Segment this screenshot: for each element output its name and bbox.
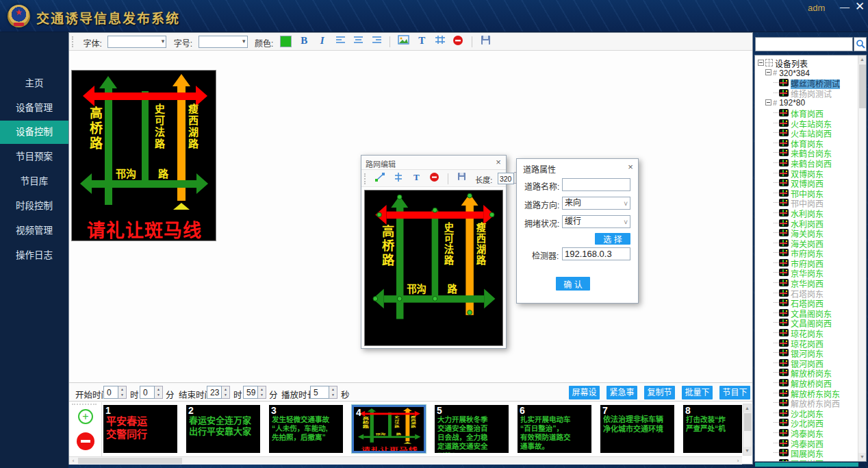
insert-image-icon[interactable]: [397, 35, 411, 49]
editor-led-canvas[interactable]: 高桥路史可法路瘦西湖路邗沟路: [364, 190, 503, 346]
device-item[interactable]: 维扬岗测试: [756, 88, 858, 98]
action-button-5[interactable]: 节目下发: [719, 386, 750, 399]
road-name-input[interactable]: [562, 178, 630, 191]
align-center-icon[interactable]: [352, 35, 366, 49]
tree-scrollbar[interactable]: ▲ ▼: [858, 56, 866, 461]
device-item[interactable]: 京华岗西: [756, 278, 858, 288]
text-tool-button[interactable]: T: [409, 172, 423, 186]
device-item[interactable]: 市府岗西: [756, 258, 858, 268]
end-min-stepper[interactable]: 59▲▼: [243, 386, 266, 399]
program-thumbnail-4[interactable]: 4高桥路史可法路瘦西湖路邗沟路请礼让斑马线: [352, 405, 426, 453]
led-screen-preview[interactable]: 高桥路史可法路瘦西湖路邗沟路请礼让斑马线: [71, 70, 216, 241]
scroll-down-icon[interactable]: ▼: [743, 447, 751, 455]
scroll-down-icon[interactable]: ▼: [858, 453, 866, 461]
insert-text-button[interactable]: T: [415, 35, 429, 49]
align-left-icon[interactable]: [333, 35, 347, 49]
device-item[interactable]: 文昌阁岗东: [756, 308, 858, 318]
program-thumbnail-1[interactable]: 1平安春运交警同行: [103, 405, 177, 453]
close-button[interactable]: ✕: [853, 0, 867, 14]
font-select[interactable]: [107, 36, 166, 48]
device-item[interactable]: 沙北岗西: [756, 417, 858, 428]
device-item[interactable]: 京华岗东: [756, 267, 858, 278]
device-item[interactable]: 解放桥岗西: [756, 378, 858, 388]
add-program-button[interactable]: +: [78, 409, 93, 424]
action-button-4[interactable]: 批量下发: [682, 386, 713, 399]
color-swatch[interactable]: [280, 36, 292, 47]
end-hour-stepper[interactable]: 23▲▼: [207, 386, 230, 399]
close-icon[interactable]: ×: [626, 162, 635, 173]
delete-icon[interactable]: [428, 172, 442, 186]
collapse-icon[interactable]: [765, 99, 771, 106]
program-thumbnail-3[interactable]: 3发生轻微交通事故“人未伤，车能动,先拍照，后撤离”: [269, 405, 343, 453]
tree-group-192*80[interactable]: #192*80: [756, 97, 858, 108]
road-direction-select[interactable]: 来向: [562, 197, 630, 210]
strip-grip[interactable]: [72, 404, 97, 406]
crossing-tool-icon[interactable]: [392, 172, 405, 186]
save-icon[interactable]: [478, 35, 492, 49]
collapse-icon[interactable]: [765, 69, 771, 75]
device-item[interactable]: 琼花岗西: [756, 338, 858, 348]
device-item[interactable]: 鸿泰岗西: [756, 438, 858, 448]
device-item[interactable]: 银河岗西: [756, 358, 858, 368]
scroll-up-icon[interactable]: ▲: [743, 404, 751, 412]
device-item[interactable]: 国展岗东: [756, 447, 858, 458]
tree-group-320*384[interactable]: #320*384: [756, 68, 858, 78]
edit-handle[interactable]: [397, 296, 403, 301]
program-thumbnail-2[interactable]: 2春运安全连万家出行平安靠大家: [186, 405, 260, 453]
device-item[interactable]: 海关岗西: [756, 238, 858, 248]
device-item[interactable]: 来鹤台岗西: [756, 158, 858, 168]
device-search-input[interactable]: [755, 37, 853, 51]
device-item[interactable]: 体育岗西: [756, 108, 858, 118]
collapse-icon[interactable]: [758, 60, 764, 66]
bold-button[interactable]: B: [297, 35, 311, 49]
dialog-titlebar[interactable]: 路网编辑 ×: [361, 156, 506, 170]
sidebar-item-3[interactable]: 设备控制: [0, 121, 68, 144]
sidebar-item-6[interactable]: 时段控制: [0, 195, 68, 218]
close-icon[interactable]: ×: [494, 157, 503, 168]
edit-handle[interactable]: [372, 296, 378, 301]
device-item[interactable]: 解放桥岗东: [756, 367, 858, 378]
scrollbar-thumb[interactable]: [744, 413, 752, 431]
start-hour-stepper[interactable]: 0▲▼: [103, 386, 127, 399]
edit-handle[interactable]: [467, 310, 472, 315]
device-item[interactable]: 双博岗西: [756, 177, 858, 188]
device-item[interactable]: 市府岗东: [756, 247, 858, 258]
device-item[interactable]: 邗中岗西: [756, 197, 858, 208]
edit-handle[interactable]: [467, 193, 472, 199]
device-item[interactable]: 双博岗东: [756, 168, 858, 178]
edit-handle[interactable]: [397, 195, 403, 200]
action-button-2[interactable]: 紧急事件: [607, 386, 637, 399]
select-button[interactable]: 选 择: [595, 233, 630, 245]
device-item[interactable]: 海关岗东: [756, 227, 858, 238]
device-item[interactable]: 沙北岗东: [756, 408, 858, 418]
device-item[interactable]: 石塔岗东: [756, 288, 858, 298]
device-item[interactable]: 邗中岗东: [756, 188, 858, 198]
device-item[interactable]: 鸿泰岗东: [756, 428, 858, 438]
device-item[interactable]: 体育岗东: [756, 138, 858, 148]
congestion-select[interactable]: 缓行: [562, 215, 630, 228]
device-item[interactable]: 石塔岗西: [756, 297, 858, 308]
tree-horizontal-scrollbar[interactable]: [755, 463, 858, 467]
program-thumbnail-7[interactable]: 7依法治理非标车辆净化城市交通环境: [600, 405, 674, 453]
edit-handle[interactable]: [433, 208, 438, 213]
device-item[interactable]: 来鹤台岗东: [756, 147, 858, 158]
search-button[interactable]: [854, 37, 867, 51]
scrollbar-thumb[interactable]: [78, 458, 182, 464]
draw-road-icon[interactable]: [373, 172, 387, 186]
device-item[interactable]: 水利岗西: [756, 218, 858, 228]
sidebar-item-2[interactable]: 设备管理: [0, 97, 68, 120]
tree-root[interactable]: 设备列表: [756, 58, 858, 68]
logged-in-user[interactable]: adm: [808, 3, 825, 13]
edit-handle[interactable]: [489, 212, 495, 218]
program-thumbnail-5[interactable]: 5大力开展秋冬季交通安全整治百日会战，全力稳定道路交通安全形势！: [435, 405, 509, 453]
action-button-1[interactable]: 屏幕设置: [569, 386, 600, 399]
sidebar-item-8[interactable]: 操作日志: [0, 244, 68, 267]
device-item[interactable]: 国展岗西: [756, 458, 858, 462]
delete-icon[interactable]: [451, 35, 465, 49]
scrollbar-thumb[interactable]: [859, 64, 866, 108]
device-item[interactable]: 琼花岗东: [756, 328, 858, 338]
scroll-up-icon[interactable]: ▲: [858, 56, 866, 64]
device-item[interactable]: 水利岗东: [756, 208, 858, 218]
confirm-button[interactable]: 确 认: [556, 277, 590, 291]
size-select[interactable]: [199, 36, 248, 48]
